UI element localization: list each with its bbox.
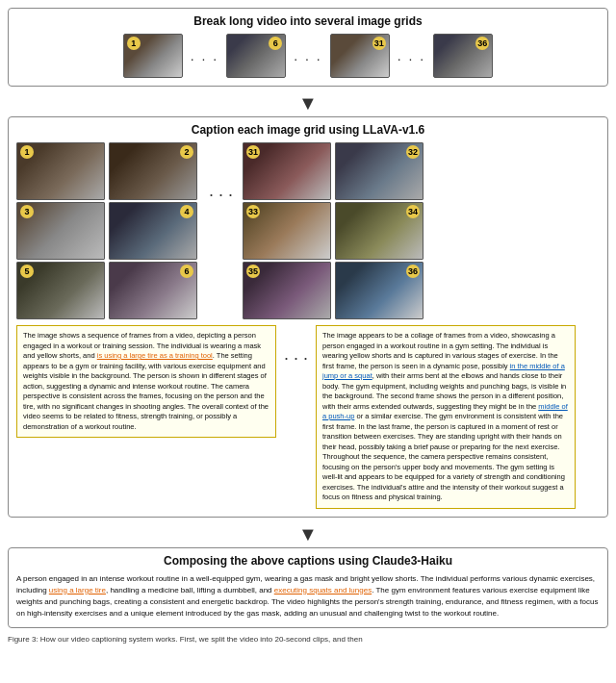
compose-highlight2: executing squats and lunges — [274, 586, 372, 594]
grid-thumb-32: 32 — [335, 142, 425, 200]
section-caption: Caption each image grid using LLaVA-v1.6… — [8, 116, 608, 518]
thumb-number-31: 31 — [372, 37, 386, 50]
section2-title: Caption each image grid using LLaVA-v1.6 — [16, 123, 600, 137]
thumb-6: 6 — [226, 34, 286, 78]
grid-image-5: 5 — [16, 262, 105, 319]
grid-thumb-5: 5 — [16, 262, 107, 319]
grid-thumb-6: 6 — [109, 262, 199, 319]
grid-thumb-36: 36 — [335, 262, 425, 319]
thumb-image-1: 1 — [123, 34, 183, 78]
left-grid: 1 2 3 — [16, 142, 199, 319]
compose-text: A person engaged in an intense workout r… — [16, 573, 600, 620]
caption-text-right: The image appears to be a collage of fra… — [316, 325, 576, 509]
middle-dots: . . . — [205, 142, 237, 240]
arrow-down-1: ▼ — [8, 92, 608, 114]
thumb-1: 1 — [123, 34, 183, 78]
grid-image-34: 34 — [335, 202, 424, 260]
grid-num-6: 6 — [180, 265, 193, 278]
grid-thumb-1: 1 — [16, 142, 107, 200]
grid-num-36: 36 — [406, 265, 420, 278]
grid-image-4: 4 — [109, 202, 197, 260]
right-grid: 31 32 33 — [243, 142, 425, 319]
figure-caption-text: Figure 3: How our video captioning syste… — [8, 635, 363, 644]
grid-num-34: 34 — [406, 205, 420, 218]
grid-image-6: 6 — [109, 262, 197, 319]
video-strip: 1 . . . 6 . . . 31 . . . 36 — [16, 34, 600, 78]
grid-image-36: 36 — [335, 262, 424, 319]
grid-num-35: 35 — [246, 265, 260, 278]
grid-image-32: 32 — [335, 142, 424, 200]
grid-image-1: 1 — [16, 142, 105, 200]
caption-right-text3: or a similar exercise. The gym environme… — [322, 412, 565, 501]
thumb-number-6: 6 — [269, 37, 282, 50]
grid-num-2: 2 — [180, 145, 193, 159]
figure-caption: Figure 3: How our video captioning syste… — [8, 634, 608, 645]
grid-image-35: 35 — [243, 262, 331, 319]
dots-3: . . . — [394, 48, 429, 63]
section1-title: Break long video into several image grid… — [16, 14, 600, 28]
grid-image-31: 31 — [243, 142, 331, 200]
thumb-36: 36 — [433, 34, 493, 78]
caption-text-left: The image shows a sequence of frames fro… — [16, 325, 276, 438]
grid-thumb-4: 4 — [109, 202, 199, 260]
thumb-image-36: 36 — [433, 34, 493, 78]
section3-title: Composing the above captions using Claud… — [16, 554, 600, 568]
grid-thumb-3: 3 — [16, 202, 107, 260]
grid-num-32: 32 — [406, 145, 420, 159]
thumb-image-6: 6 — [226, 34, 286, 78]
grid-thumb-34: 34 — [335, 202, 425, 260]
grid-num-5: 5 — [20, 265, 34, 278]
grid-num-3: 3 — [20, 205, 34, 218]
caption-left-highlight1: is using a large tire as a training tool — [97, 351, 213, 360]
grid-num-33: 33 — [246, 205, 260, 218]
compose-text2: , handling a medicine ball, lifting a du… — [106, 586, 274, 594]
grid-thumb-31: 31 — [243, 142, 333, 200]
grid-thumb-35: 35 — [243, 262, 333, 319]
thumb-number-1: 1 — [127, 37, 141, 50]
grid-thumb-2: 2 — [109, 142, 199, 200]
grid-image-2: 2 — [109, 142, 197, 200]
thumb-31: 31 — [330, 34, 390, 78]
caption-middle-dots: . . . — [282, 325, 310, 384]
dots-1: . . . — [187, 48, 222, 63]
grid-image-33: 33 — [243, 202, 331, 260]
grid-num-31: 31 — [246, 145, 260, 159]
caption-left-text2: . The setting appears to be a gym or tra… — [23, 351, 269, 431]
grid-image-3: 3 — [16, 202, 105, 260]
arrow-down-2: ▼ — [8, 523, 608, 545]
section-compose: Composing the above captions using Claud… — [8, 547, 608, 628]
compose-highlight1: using a large tire — [49, 586, 106, 594]
grid-thumb-33: 33 — [243, 202, 333, 260]
main-container: Break long video into several image grid… — [0, 0, 616, 652]
dots-2: . . . — [290, 48, 325, 63]
thumb-number-36: 36 — [475, 37, 489, 50]
section-break-video: Break long video into several image grid… — [8, 8, 608, 87]
grid-num-4: 4 — [180, 205, 193, 218]
grid-num-1: 1 — [20, 145, 34, 159]
thumb-image-31: 31 — [330, 34, 390, 78]
